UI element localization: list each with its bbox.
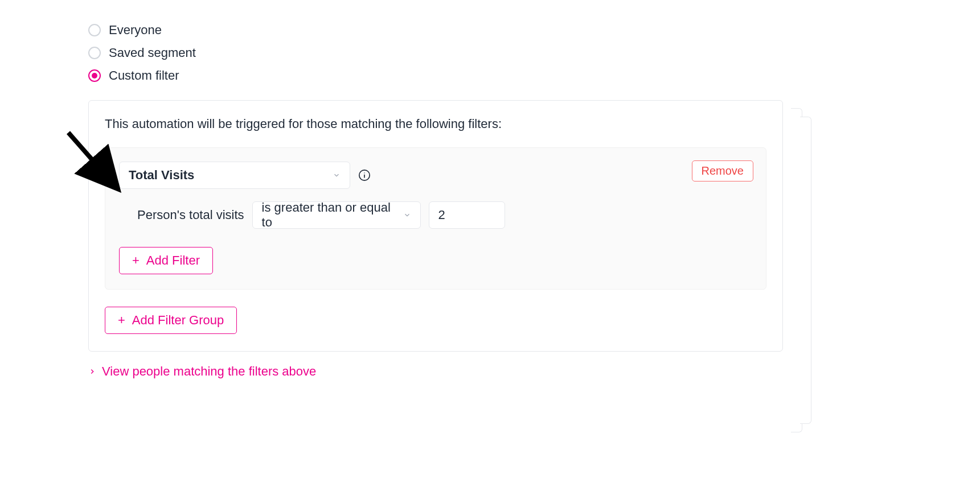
value-input[interactable] — [429, 201, 505, 229]
custom-filter-panel: This automation will be triggered for th… — [88, 100, 783, 352]
chevron-right-icon — [88, 364, 96, 379]
remove-button[interactable]: Remove — [692, 160, 753, 182]
radio-label-everyone: Everyone — [109, 23, 162, 38]
group-top-row: Total Visits — [119, 162, 752, 189]
add-filter-group-button[interactable]: + Add Filter Group — [105, 307, 237, 334]
operator-select-value: is greater than or equal to — [262, 200, 403, 230]
radio-saved-segment[interactable]: Saved segment — [88, 46, 783, 60]
add-filter-label: Add Filter — [146, 253, 200, 268]
radio-label-saved-segment: Saved segment — [109, 46, 196, 60]
stacked-sheet-2 — [800, 117, 811, 424]
audience-radio-group: Everyone Saved segment Custom filter — [88, 23, 783, 83]
condition-row: Person's total visits is greater than or… — [137, 201, 752, 229]
radio-label-custom-filter: Custom filter — [109, 68, 179, 83]
field-select-value: Total Visits — [129, 168, 194, 183]
chevron-down-icon — [403, 211, 411, 219]
chevron-down-icon — [333, 171, 341, 179]
field-select[interactable]: Total Visits — [119, 162, 350, 189]
operator-select[interactable]: is greater than or equal to — [252, 201, 421, 229]
filter-config-container: Everyone Saved segment Custom filter Thi… — [88, 23, 783, 379]
info-icon[interactable] — [358, 169, 371, 182]
view-people-link[interactable]: View people matching the filters above — [88, 364, 783, 379]
radio-everyone[interactable]: Everyone — [88, 23, 783, 38]
radio-circle-icon — [88, 24, 101, 36]
panel-description: This automation will be triggered for th… — [105, 117, 766, 131]
condition-field-label: Person's total visits — [137, 208, 244, 222]
svg-point-2 — [364, 172, 364, 173]
add-filter-button[interactable]: + Add Filter — [119, 247, 213, 274]
filter-group: Remove Total Visits Person's total visit… — [105, 147, 766, 290]
radio-circle-icon — [88, 47, 101, 59]
radio-custom-filter[interactable]: Custom filter — [88, 68, 783, 83]
add-filter-group-label: Add Filter Group — [132, 313, 224, 328]
plus-icon: + — [118, 314, 125, 327]
view-people-label: View people matching the filters above — [102, 364, 316, 379]
plus-icon: + — [132, 254, 140, 267]
radio-circle-selected-icon — [88, 69, 101, 82]
